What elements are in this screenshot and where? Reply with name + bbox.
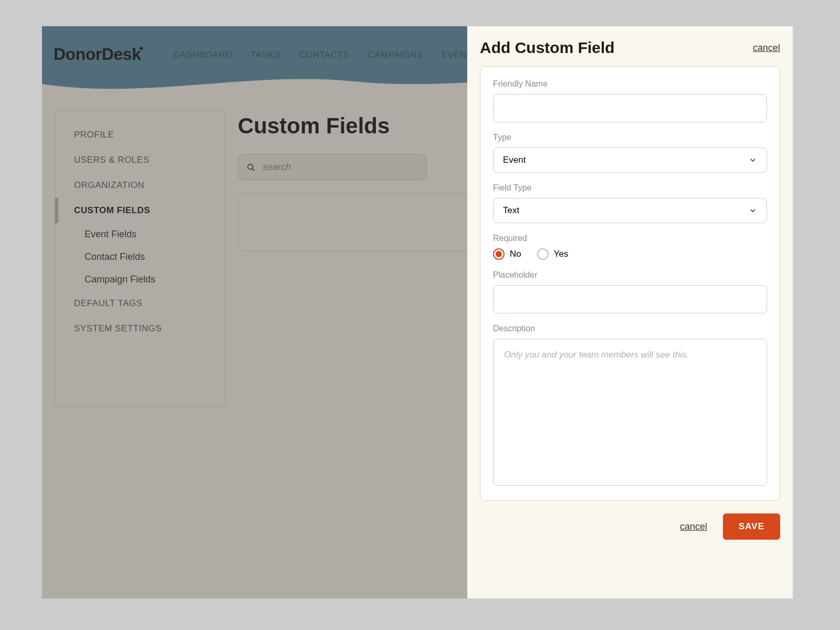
- form-card: Friendly Name Type Event Field Type Text…: [480, 66, 780, 501]
- required-label: Required: [493, 234, 767, 243]
- required-no-label: No: [510, 249, 521, 259]
- chevron-down-icon: [749, 206, 757, 215]
- cancel-link-bottom[interactable]: cancel: [680, 521, 707, 532]
- chevron-down-icon: [749, 156, 757, 164]
- friendly-name-input[interactable]: [493, 94, 767, 122]
- placeholder-input[interactable]: [493, 285, 767, 313]
- field-type-value: Text: [503, 205, 519, 216]
- placeholder-label: Placeholder: [493, 270, 767, 280]
- radio-dot-icon: [537, 248, 549, 260]
- required-yes-radio[interactable]: Yes: [537, 248, 569, 260]
- description-textarea[interactable]: [493, 339, 767, 486]
- required-no-radio[interactable]: No: [493, 248, 521, 260]
- friendly-name-label: Friendly Name: [493, 79, 767, 89]
- drawer-title: Add Custom Field: [480, 39, 615, 57]
- type-label: Type: [493, 133, 767, 142]
- type-select[interactable]: Event: [493, 148, 767, 173]
- field-type-label: Field Type: [493, 183, 767, 193]
- description-label: Description: [493, 324, 767, 333]
- save-button[interactable]: SAVE: [723, 513, 780, 540]
- radio-dot-icon: [493, 248, 505, 260]
- add-custom-field-drawer: Add Custom Field cancel Friendly Name Ty…: [467, 26, 793, 598]
- required-yes-label: Yes: [554, 249, 569, 259]
- type-value: Event: [503, 155, 526, 165]
- field-type-select[interactable]: Text: [493, 198, 767, 223]
- cancel-link-top[interactable]: cancel: [753, 43, 780, 54]
